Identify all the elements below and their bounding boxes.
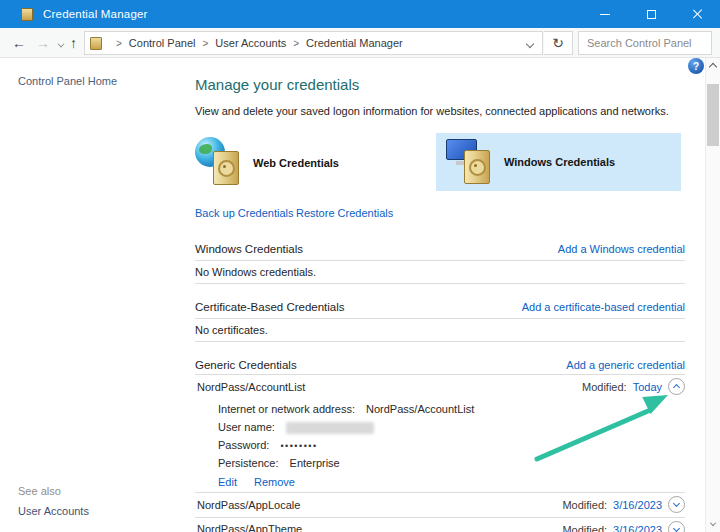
add-generic-credential-link[interactable]: Add a generic credential xyxy=(566,359,685,371)
recent-pages-chevron-icon[interactable] xyxy=(58,41,65,48)
breadcrumb-separator: > xyxy=(203,38,209,49)
divider xyxy=(195,283,685,284)
modified-value: Today xyxy=(633,381,662,393)
help-button[interactable]: ? xyxy=(688,58,704,74)
maximize-icon xyxy=(647,10,656,19)
minimize-button[interactable] xyxy=(582,0,628,28)
breadcrumb-separator: > xyxy=(293,38,299,49)
minimize-icon xyxy=(600,14,610,15)
navigation-bar: ← → ↑ > Control Panel > User Accounts > … xyxy=(0,28,720,58)
breadcrumb-user-accounts[interactable]: User Accounts xyxy=(215,37,286,49)
safe-icon xyxy=(213,151,239,185)
modified-value: 3/16/2023 xyxy=(613,524,662,532)
divider xyxy=(195,260,685,261)
close-button[interactable] xyxy=(674,0,720,28)
vertical-scrollbar[interactable] xyxy=(705,58,720,532)
sidebar-item-control-panel-home[interactable]: Control Panel Home xyxy=(18,75,117,87)
back-button[interactable]: ← xyxy=(12,33,26,53)
up-button[interactable]: ↑ xyxy=(70,33,77,53)
detail-password-row: Password: •••••••• xyxy=(218,439,318,451)
add-certificate-credential-link[interactable]: Add a certificate-based credential xyxy=(522,301,685,313)
scrollbar-thumb[interactable] xyxy=(707,84,719,146)
section-title-windows-credentials: Windows Credentials xyxy=(195,243,303,255)
no-windows-credentials-text: No Windows credentials. xyxy=(195,266,316,278)
window-title: Credential Manager xyxy=(43,8,148,20)
credential-row-name[interactable]: NordPass/AccountList xyxy=(197,381,305,393)
chevron-down-icon xyxy=(673,500,680,507)
detail-address-row: Internet or network address: NordPass/Ac… xyxy=(218,403,474,415)
windows-credentials-tile[interactable]: Windows Credentials xyxy=(436,133,681,191)
expand-button[interactable] xyxy=(668,521,685,532)
credential-manager-window: Credential Manager ← → ↑ > Control Panel… xyxy=(0,0,720,532)
app-icon xyxy=(21,8,33,21)
sidebar-item-user-accounts[interactable]: User Accounts xyxy=(18,505,89,517)
divider xyxy=(195,374,685,375)
close-icon xyxy=(692,9,702,19)
scroll-down-icon[interactable] xyxy=(710,520,716,526)
windows-credentials-label: Windows Credentials xyxy=(504,156,615,168)
username-redacted-value xyxy=(286,422,374,434)
safe-icon xyxy=(464,150,490,184)
divider xyxy=(195,517,685,518)
modified-label: Modified: xyxy=(582,381,627,393)
breadcrumb-credential-manager[interactable]: Credential Manager xyxy=(306,37,403,49)
windows-credentials-icon xyxy=(446,136,498,188)
credential-row-modified: Modified: 3/16/2023 xyxy=(562,496,685,513)
credential-row-modified: Modified: 3/16/2023 xyxy=(562,521,685,532)
web-credentials-icon xyxy=(195,137,247,189)
divider xyxy=(195,341,685,342)
breadcrumb-control-panel[interactable]: Control Panel xyxy=(129,37,196,49)
address-label: Internet or network address: xyxy=(218,403,355,415)
password-masked-value: •••••••• xyxy=(280,441,317,451)
detail-actions: Edit Remove xyxy=(218,476,295,488)
address-bar[interactable]: > Control Panel > User Accounts > Creden… xyxy=(84,31,543,55)
section-title-generic-credentials: Generic Credentials xyxy=(195,359,297,371)
page-description: View and delete your saved logon informa… xyxy=(195,105,669,117)
username-label: User name: xyxy=(218,421,275,433)
refresh-button[interactable]: ↻ xyxy=(544,31,573,55)
backup-credentials-link[interactable]: Back up Credentials xyxy=(195,207,293,219)
edit-link[interactable]: Edit xyxy=(218,476,237,488)
see-also-label: See also xyxy=(18,485,61,497)
scroll-up-icon[interactable] xyxy=(709,63,717,71)
address-value: NordPass/AccountList xyxy=(366,403,474,415)
collapse-button[interactable] xyxy=(668,378,685,395)
section-title-certificate-credentials: Certificate-Based Credentials xyxy=(195,301,345,313)
credential-manager-icon xyxy=(90,37,102,50)
modified-value: 3/16/2023 xyxy=(613,499,662,511)
titlebar: Credential Manager xyxy=(0,0,720,28)
web-credentials-label: Web Credentials xyxy=(253,157,339,169)
remove-link[interactable]: Remove xyxy=(254,476,295,488)
maximize-button[interactable] xyxy=(628,0,674,28)
password-label: Password: xyxy=(218,439,269,451)
breadcrumb-separator: > xyxy=(116,38,122,49)
divider xyxy=(195,492,685,493)
credential-row-modified: Modified: Today xyxy=(582,378,685,395)
chevron-down-icon xyxy=(673,525,680,532)
modified-label: Modified: xyxy=(562,524,607,532)
web-credentials-tile[interactable]: Web Credentials xyxy=(195,134,425,192)
window-controls xyxy=(582,0,720,28)
detail-persistence-row: Persistence: Enterprise xyxy=(218,457,340,469)
modified-label: Modified: xyxy=(562,499,607,511)
expand-button[interactable] xyxy=(668,496,685,513)
forward-button[interactable]: → xyxy=(36,33,50,53)
detail-username-row: User name: xyxy=(218,421,374,434)
search-input[interactable] xyxy=(579,37,720,49)
credential-row-name[interactable]: NordPass/AppLocale xyxy=(197,499,300,511)
annotation-arrow xyxy=(510,385,680,465)
search-box xyxy=(578,31,712,55)
address-dropdown-chevron-icon[interactable] xyxy=(526,40,534,48)
persistence-value: Enterprise xyxy=(290,457,340,469)
credential-row-name[interactable]: NordPass/AppTheme xyxy=(197,523,302,532)
chevron-up-icon xyxy=(673,384,680,391)
restore-credentials-link[interactable]: Restore Credentials xyxy=(296,207,393,219)
divider xyxy=(195,318,685,319)
no-certificates-text: No certificates. xyxy=(195,324,268,336)
add-windows-credential-link[interactable]: Add a Windows credential xyxy=(558,243,685,255)
persistence-label: Persistence: xyxy=(218,457,279,469)
page-title: Manage your credentials xyxy=(195,76,359,93)
